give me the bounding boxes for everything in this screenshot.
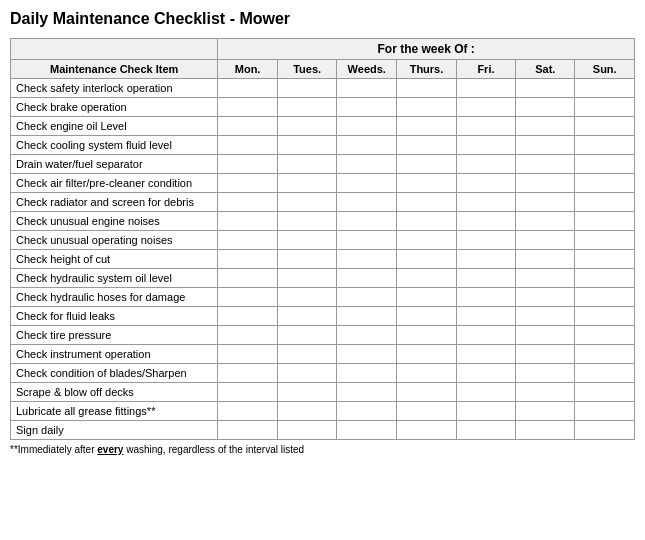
- row-day-cell[interactable]: [277, 345, 337, 364]
- row-day-cell[interactable]: [516, 136, 575, 155]
- row-day-cell[interactable]: [277, 98, 337, 117]
- row-day-cell[interactable]: [337, 79, 397, 98]
- row-day-cell[interactable]: [456, 326, 515, 345]
- row-day-cell[interactable]: [218, 98, 277, 117]
- row-day-cell[interactable]: [397, 79, 457, 98]
- row-day-cell[interactable]: [218, 231, 277, 250]
- row-day-cell[interactable]: [218, 193, 277, 212]
- row-day-cell[interactable]: [456, 250, 515, 269]
- row-day-cell[interactable]: [218, 421, 277, 440]
- row-day-cell[interactable]: [575, 326, 635, 345]
- row-day-cell[interactable]: [456, 364, 515, 383]
- row-day-cell[interactable]: [218, 136, 277, 155]
- row-day-cell[interactable]: [218, 383, 277, 402]
- row-day-cell[interactable]: [575, 155, 635, 174]
- row-day-cell[interactable]: [337, 345, 397, 364]
- row-day-cell[interactable]: [456, 117, 515, 136]
- row-day-cell[interactable]: [516, 364, 575, 383]
- row-day-cell[interactable]: [218, 174, 277, 193]
- row-day-cell[interactable]: [337, 383, 397, 402]
- row-day-cell[interactable]: [218, 288, 277, 307]
- row-day-cell[interactable]: [337, 288, 397, 307]
- row-day-cell[interactable]: [277, 231, 337, 250]
- row-day-cell[interactable]: [516, 402, 575, 421]
- row-day-cell[interactable]: [277, 79, 337, 98]
- row-day-cell[interactable]: [397, 421, 457, 440]
- row-day-cell[interactable]: [516, 174, 575, 193]
- row-day-cell[interactable]: [337, 231, 397, 250]
- row-day-cell[interactable]: [575, 402, 635, 421]
- row-day-cell[interactable]: [397, 383, 457, 402]
- row-day-cell[interactable]: [397, 402, 457, 421]
- row-day-cell[interactable]: [456, 345, 515, 364]
- row-day-cell[interactable]: [516, 288, 575, 307]
- row-day-cell[interactable]: [516, 326, 575, 345]
- row-day-cell[interactable]: [516, 98, 575, 117]
- row-day-cell[interactable]: [456, 193, 515, 212]
- row-day-cell[interactable]: [277, 212, 337, 231]
- row-day-cell[interactable]: [337, 174, 397, 193]
- row-day-cell[interactable]: [277, 155, 337, 174]
- row-day-cell[interactable]: [337, 155, 397, 174]
- row-day-cell[interactable]: [277, 136, 337, 155]
- row-day-cell[interactable]: [218, 250, 277, 269]
- row-day-cell[interactable]: [516, 383, 575, 402]
- row-day-cell[interactable]: [456, 136, 515, 155]
- row-day-cell[interactable]: [277, 269, 337, 288]
- row-day-cell[interactable]: [516, 155, 575, 174]
- row-day-cell[interactable]: [337, 98, 397, 117]
- row-day-cell[interactable]: [277, 193, 337, 212]
- row-day-cell[interactable]: [218, 269, 277, 288]
- row-day-cell[interactable]: [516, 250, 575, 269]
- row-day-cell[interactable]: [575, 231, 635, 250]
- row-day-cell[interactable]: [575, 288, 635, 307]
- row-day-cell[interactable]: [575, 421, 635, 440]
- row-day-cell[interactable]: [218, 117, 277, 136]
- row-day-cell[interactable]: [337, 117, 397, 136]
- row-day-cell[interactable]: [397, 326, 457, 345]
- row-day-cell[interactable]: [575, 307, 635, 326]
- row-day-cell[interactable]: [456, 212, 515, 231]
- row-day-cell[interactable]: [456, 421, 515, 440]
- row-day-cell[interactable]: [516, 307, 575, 326]
- row-day-cell[interactable]: [397, 231, 457, 250]
- row-day-cell[interactable]: [397, 364, 457, 383]
- row-day-cell[interactable]: [516, 269, 575, 288]
- row-day-cell[interactable]: [397, 193, 457, 212]
- row-day-cell[interactable]: [575, 98, 635, 117]
- row-day-cell[interactable]: [218, 402, 277, 421]
- row-day-cell[interactable]: [516, 79, 575, 98]
- row-day-cell[interactable]: [337, 364, 397, 383]
- row-day-cell[interactable]: [516, 421, 575, 440]
- row-day-cell[interactable]: [575, 136, 635, 155]
- row-day-cell[interactable]: [456, 231, 515, 250]
- row-day-cell[interactable]: [456, 269, 515, 288]
- row-day-cell[interactable]: [277, 288, 337, 307]
- row-day-cell[interactable]: [218, 345, 277, 364]
- row-day-cell[interactable]: [397, 269, 457, 288]
- row-day-cell[interactable]: [397, 155, 457, 174]
- row-day-cell[interactable]: [337, 212, 397, 231]
- row-day-cell[interactable]: [337, 326, 397, 345]
- row-day-cell[interactable]: [397, 307, 457, 326]
- row-day-cell[interactable]: [397, 98, 457, 117]
- row-day-cell[interactable]: [575, 193, 635, 212]
- row-day-cell[interactable]: [218, 307, 277, 326]
- row-day-cell[interactable]: [516, 193, 575, 212]
- row-day-cell[interactable]: [575, 212, 635, 231]
- row-day-cell[interactable]: [516, 345, 575, 364]
- row-day-cell[interactable]: [337, 250, 397, 269]
- row-day-cell[interactable]: [575, 364, 635, 383]
- row-day-cell[interactable]: [575, 269, 635, 288]
- row-day-cell[interactable]: [337, 136, 397, 155]
- row-day-cell[interactable]: [575, 117, 635, 136]
- row-day-cell[interactable]: [337, 269, 397, 288]
- row-day-cell[interactable]: [277, 250, 337, 269]
- row-day-cell[interactable]: [397, 174, 457, 193]
- row-day-cell[interactable]: [575, 174, 635, 193]
- row-day-cell[interactable]: [277, 307, 337, 326]
- row-day-cell[interactable]: [277, 421, 337, 440]
- row-day-cell[interactable]: [456, 155, 515, 174]
- row-day-cell[interactable]: [397, 136, 457, 155]
- row-day-cell[interactable]: [337, 421, 397, 440]
